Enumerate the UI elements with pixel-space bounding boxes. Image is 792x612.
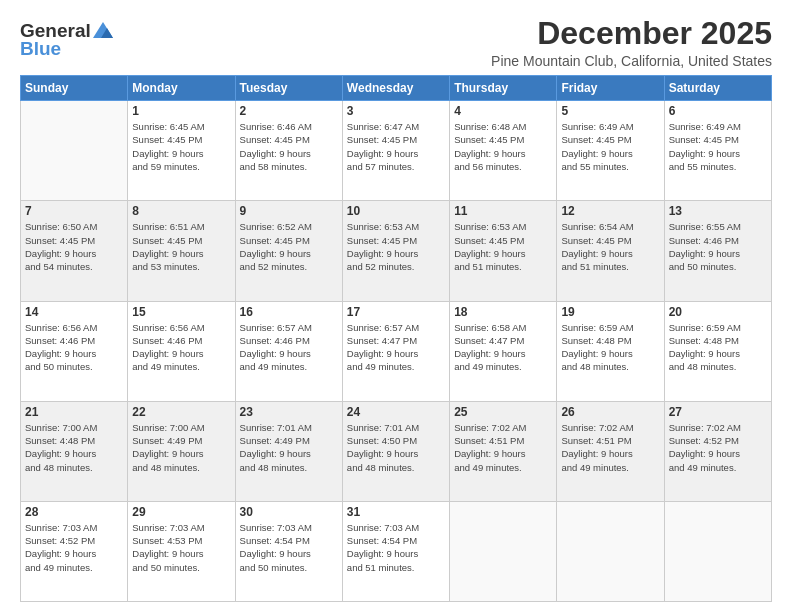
calendar-cell: 28Sunrise: 7:03 AM Sunset: 4:52 PM Dayli… bbox=[21, 501, 128, 601]
day-info: Sunrise: 6:58 AM Sunset: 4:47 PM Dayligh… bbox=[454, 321, 552, 374]
calendar-cell: 11Sunrise: 6:53 AM Sunset: 4:45 PM Dayli… bbox=[450, 201, 557, 301]
calendar-week-row: 14Sunrise: 6:56 AM Sunset: 4:46 PM Dayli… bbox=[21, 301, 772, 401]
calendar-cell: 5Sunrise: 6:49 AM Sunset: 4:45 PM Daylig… bbox=[557, 101, 664, 201]
calendar-cell: 8Sunrise: 6:51 AM Sunset: 4:45 PM Daylig… bbox=[128, 201, 235, 301]
day-info: Sunrise: 7:02 AM Sunset: 4:52 PM Dayligh… bbox=[669, 421, 767, 474]
day-number: 5 bbox=[561, 104, 659, 118]
day-info: Sunrise: 6:45 AM Sunset: 4:45 PM Dayligh… bbox=[132, 120, 230, 173]
day-number: 25 bbox=[454, 405, 552, 419]
day-number: 16 bbox=[240, 305, 338, 319]
day-number: 15 bbox=[132, 305, 230, 319]
calendar-cell: 22Sunrise: 7:00 AM Sunset: 4:49 PM Dayli… bbox=[128, 401, 235, 501]
calendar-cell: 12Sunrise: 6:54 AM Sunset: 4:45 PM Dayli… bbox=[557, 201, 664, 301]
day-info: Sunrise: 6:57 AM Sunset: 4:47 PM Dayligh… bbox=[347, 321, 445, 374]
calendar-cell: 26Sunrise: 7:02 AM Sunset: 4:51 PM Dayli… bbox=[557, 401, 664, 501]
calendar-cell: 31Sunrise: 7:03 AM Sunset: 4:54 PM Dayli… bbox=[342, 501, 449, 601]
day-number: 1 bbox=[132, 104, 230, 118]
logo-blue: Blue bbox=[20, 38, 61, 60]
day-number: 7 bbox=[25, 204, 123, 218]
day-info: Sunrise: 7:01 AM Sunset: 4:50 PM Dayligh… bbox=[347, 421, 445, 474]
day-number: 24 bbox=[347, 405, 445, 419]
day-info: Sunrise: 6:49 AM Sunset: 4:45 PM Dayligh… bbox=[669, 120, 767, 173]
day-number: 13 bbox=[669, 204, 767, 218]
calendar-week-row: 21Sunrise: 7:00 AM Sunset: 4:48 PM Dayli… bbox=[21, 401, 772, 501]
day-info: Sunrise: 7:00 AM Sunset: 4:48 PM Dayligh… bbox=[25, 421, 123, 474]
day-number: 4 bbox=[454, 104, 552, 118]
calendar-day-header: Saturday bbox=[664, 76, 771, 101]
calendar-cell: 27Sunrise: 7:02 AM Sunset: 4:52 PM Dayli… bbox=[664, 401, 771, 501]
calendar-cell: 1Sunrise: 6:45 AM Sunset: 4:45 PM Daylig… bbox=[128, 101, 235, 201]
calendar-day-header: Sunday bbox=[21, 76, 128, 101]
day-number: 11 bbox=[454, 204, 552, 218]
day-number: 22 bbox=[132, 405, 230, 419]
day-number: 6 bbox=[669, 104, 767, 118]
calendar-cell: 24Sunrise: 7:01 AM Sunset: 4:50 PM Dayli… bbox=[342, 401, 449, 501]
day-info: Sunrise: 7:01 AM Sunset: 4:49 PM Dayligh… bbox=[240, 421, 338, 474]
calendar-cell bbox=[664, 501, 771, 601]
calendar-cell bbox=[21, 101, 128, 201]
calendar-cell: 21Sunrise: 7:00 AM Sunset: 4:48 PM Dayli… bbox=[21, 401, 128, 501]
day-info: Sunrise: 6:56 AM Sunset: 4:46 PM Dayligh… bbox=[25, 321, 123, 374]
calendar-week-row: 7Sunrise: 6:50 AM Sunset: 4:45 PM Daylig… bbox=[21, 201, 772, 301]
calendar-cell: 15Sunrise: 6:56 AM Sunset: 4:46 PM Dayli… bbox=[128, 301, 235, 401]
calendar-cell: 9Sunrise: 6:52 AM Sunset: 4:45 PM Daylig… bbox=[235, 201, 342, 301]
day-info: Sunrise: 6:55 AM Sunset: 4:46 PM Dayligh… bbox=[669, 220, 767, 273]
calendar-cell: 30Sunrise: 7:03 AM Sunset: 4:54 PM Dayli… bbox=[235, 501, 342, 601]
day-info: Sunrise: 7:03 AM Sunset: 4:52 PM Dayligh… bbox=[25, 521, 123, 574]
day-number: 30 bbox=[240, 505, 338, 519]
subtitle: Pine Mountain Club, California, United S… bbox=[491, 53, 772, 69]
calendar-day-header: Wednesday bbox=[342, 76, 449, 101]
day-info: Sunrise: 7:03 AM Sunset: 4:54 PM Dayligh… bbox=[240, 521, 338, 574]
calendar-cell: 4Sunrise: 6:48 AM Sunset: 4:45 PM Daylig… bbox=[450, 101, 557, 201]
day-number: 10 bbox=[347, 204, 445, 218]
calendar-cell: 13Sunrise: 6:55 AM Sunset: 4:46 PM Dayli… bbox=[664, 201, 771, 301]
day-number: 12 bbox=[561, 204, 659, 218]
header: General Blue December 2025 Pine Mountain… bbox=[20, 16, 772, 69]
day-info: Sunrise: 6:51 AM Sunset: 4:45 PM Dayligh… bbox=[132, 220, 230, 273]
title-block: December 2025 Pine Mountain Club, Califo… bbox=[491, 16, 772, 69]
logo: General Blue bbox=[20, 20, 113, 60]
calendar-cell: 14Sunrise: 6:56 AM Sunset: 4:46 PM Dayli… bbox=[21, 301, 128, 401]
day-number: 29 bbox=[132, 505, 230, 519]
day-info: Sunrise: 7:02 AM Sunset: 4:51 PM Dayligh… bbox=[454, 421, 552, 474]
calendar-cell: 18Sunrise: 6:58 AM Sunset: 4:47 PM Dayli… bbox=[450, 301, 557, 401]
calendar-cell: 3Sunrise: 6:47 AM Sunset: 4:45 PM Daylig… bbox=[342, 101, 449, 201]
day-info: Sunrise: 7:03 AM Sunset: 4:54 PM Dayligh… bbox=[347, 521, 445, 574]
calendar-cell: 6Sunrise: 6:49 AM Sunset: 4:45 PM Daylig… bbox=[664, 101, 771, 201]
day-info: Sunrise: 6:53 AM Sunset: 4:45 PM Dayligh… bbox=[454, 220, 552, 273]
day-number: 28 bbox=[25, 505, 123, 519]
calendar-day-header: Friday bbox=[557, 76, 664, 101]
day-info: Sunrise: 7:02 AM Sunset: 4:51 PM Dayligh… bbox=[561, 421, 659, 474]
calendar-header-row: SundayMondayTuesdayWednesdayThursdayFrid… bbox=[21, 76, 772, 101]
main-title: December 2025 bbox=[491, 16, 772, 51]
calendar-cell: 23Sunrise: 7:01 AM Sunset: 4:49 PM Dayli… bbox=[235, 401, 342, 501]
calendar-cell: 20Sunrise: 6:59 AM Sunset: 4:48 PM Dayli… bbox=[664, 301, 771, 401]
day-number: 31 bbox=[347, 505, 445, 519]
day-info: Sunrise: 7:03 AM Sunset: 4:53 PM Dayligh… bbox=[132, 521, 230, 574]
day-info: Sunrise: 6:46 AM Sunset: 4:45 PM Dayligh… bbox=[240, 120, 338, 173]
day-info: Sunrise: 7:00 AM Sunset: 4:49 PM Dayligh… bbox=[132, 421, 230, 474]
calendar-day-header: Tuesday bbox=[235, 76, 342, 101]
day-number: 27 bbox=[669, 405, 767, 419]
calendar-cell: 7Sunrise: 6:50 AM Sunset: 4:45 PM Daylig… bbox=[21, 201, 128, 301]
day-number: 3 bbox=[347, 104, 445, 118]
day-number: 2 bbox=[240, 104, 338, 118]
day-number: 26 bbox=[561, 405, 659, 419]
day-info: Sunrise: 6:53 AM Sunset: 4:45 PM Dayligh… bbox=[347, 220, 445, 273]
day-number: 20 bbox=[669, 305, 767, 319]
day-number: 8 bbox=[132, 204, 230, 218]
day-info: Sunrise: 6:56 AM Sunset: 4:46 PM Dayligh… bbox=[132, 321, 230, 374]
calendar-cell: 25Sunrise: 7:02 AM Sunset: 4:51 PM Dayli… bbox=[450, 401, 557, 501]
calendar-table: SundayMondayTuesdayWednesdayThursdayFrid… bbox=[20, 75, 772, 602]
calendar-cell: 16Sunrise: 6:57 AM Sunset: 4:46 PM Dayli… bbox=[235, 301, 342, 401]
calendar-cell: 10Sunrise: 6:53 AM Sunset: 4:45 PM Dayli… bbox=[342, 201, 449, 301]
day-number: 9 bbox=[240, 204, 338, 218]
day-number: 23 bbox=[240, 405, 338, 419]
calendar-day-header: Thursday bbox=[450, 76, 557, 101]
day-info: Sunrise: 6:54 AM Sunset: 4:45 PM Dayligh… bbox=[561, 220, 659, 273]
calendar-cell: 29Sunrise: 7:03 AM Sunset: 4:53 PM Dayli… bbox=[128, 501, 235, 601]
day-info: Sunrise: 6:49 AM Sunset: 4:45 PM Dayligh… bbox=[561, 120, 659, 173]
day-info: Sunrise: 6:59 AM Sunset: 4:48 PM Dayligh… bbox=[561, 321, 659, 374]
page: General Blue December 2025 Pine Mountain… bbox=[0, 0, 792, 612]
calendar-cell: 2Sunrise: 6:46 AM Sunset: 4:45 PM Daylig… bbox=[235, 101, 342, 201]
